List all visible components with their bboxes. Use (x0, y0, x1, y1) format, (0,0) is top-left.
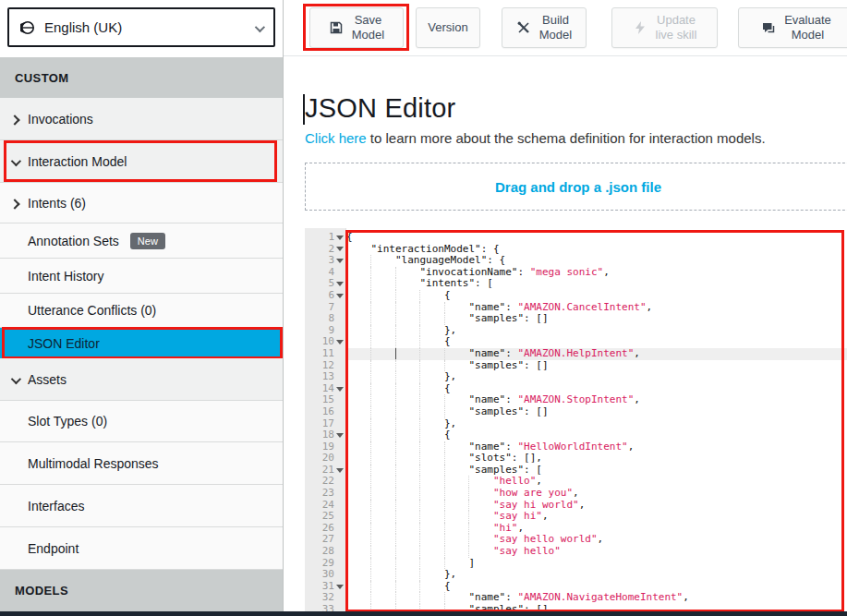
fold-arrow-icon[interactable] (334, 259, 345, 263)
sidebar-item-interaction-model[interactable]: Interaction Model (0, 140, 283, 183)
sidebar-item-label: Multimodal Responses (28, 456, 159, 471)
button-label: Update live skill (656, 13, 697, 42)
fold-arrow-icon[interactable] (334, 236, 345, 240)
click-here-link[interactable]: Click here (305, 130, 367, 146)
line-number: 25 (322, 511, 334, 523)
editor-gutter: 1234567891011121314151617181920212223242… (305, 228, 346, 616)
code-editor[interactable]: 1234567891011121314151617181920212223242… (305, 228, 847, 616)
sidebar-item-invocations[interactable]: Invocations (0, 98, 283, 140)
globe-icon (20, 20, 35, 35)
sidebar-item-intents[interactable]: Intents (6) (0, 183, 283, 223)
schema-help-text: Click here to learn more about the schem… (305, 130, 766, 146)
sidebar-item-multimodal-responses[interactable]: Multimodal Responses (0, 442, 283, 485)
build-button[interactable]: Build Model (502, 7, 587, 48)
line-number: 3 (328, 255, 334, 267)
update-button: Update live skill (611, 7, 718, 48)
gutter-line-18[interactable]: 18 (305, 429, 345, 441)
gutter-line-2[interactable]: 2 (305, 244, 345, 256)
language-selector-area: English (UK) (0, 0, 283, 57)
code-text: }, (346, 370, 456, 382)
sidebar-item-intent-history[interactable]: Intent History (0, 259, 283, 294)
fold-arrow-icon[interactable] (334, 468, 345, 473)
gutter-line-1[interactable]: 1 (305, 232, 345, 244)
fold-arrow-icon[interactable] (334, 282, 345, 286)
line-number: 6 (328, 290, 334, 302)
code-text: "name": "AMAZON.NavigateHomeIntent", (346, 591, 689, 603)
sidebar-item-label: Slot Types (0) (28, 414, 107, 429)
chevron-right-icon (11, 112, 18, 127)
button-label: Evaluate Model (784, 13, 831, 42)
build-icon (516, 20, 531, 35)
code-text: "samples": [] (346, 405, 549, 417)
editor-code-area[interactable]: { "interactionModel": { "languageModel":… (346, 228, 847, 616)
gutter-line-28: 28 (305, 546, 345, 558)
sidebar-item-label: Intents (6) (28, 196, 86, 211)
sidebar-item-label: Intent History (28, 269, 103, 284)
code-text: }, (346, 324, 456, 336)
section-header-custom: CUSTOM (0, 57, 283, 98)
new-badge: New (130, 233, 165, 249)
gutter-line-20: 20 (305, 453, 345, 465)
gutter-line-5[interactable]: 5 (305, 278, 345, 290)
button-label: Build Model (539, 13, 572, 42)
code-text: "name": "HelloWorldIntent", (346, 441, 634, 453)
chevron-down-icon (11, 154, 18, 169)
evaluate-button[interactable]: Evaluate Model (738, 7, 847, 48)
gutter-line-4: 4 (305, 267, 345, 279)
fold-arrow-icon[interactable] (334, 387, 345, 392)
code-text: { (346, 580, 451, 592)
chevron-down-icon (11, 372, 18, 387)
code-text: "samples": [] (346, 359, 549, 371)
code-text: "say hello world", (346, 533, 603, 545)
sidebar-item-interfaces[interactable]: Interfaces (0, 485, 283, 527)
gutter-line-3[interactable]: 3 (305, 255, 345, 267)
line-number: 30 (322, 569, 334, 581)
fold-arrow-icon[interactable] (334, 433, 345, 438)
page-title: JSON Editor (305, 93, 455, 124)
sidebar-item-label: JSON Editor (28, 336, 100, 351)
fold-arrow-icon[interactable] (334, 294, 345, 298)
gutter-line-13: 13 (305, 371, 345, 383)
code-text: { (346, 429, 451, 441)
save-button[interactable]: Save Model (309, 7, 404, 48)
json-dropzone[interactable]: Drag and drop a .json file (305, 163, 847, 211)
code-text: "interactionModel": { (346, 243, 500, 255)
gutter-line-7: 7 (305, 302, 345, 314)
code-text: { (346, 231, 353, 243)
gutter-line-6[interactable]: 6 (305, 290, 345, 302)
line-number: 28 (322, 546, 334, 558)
sidebar-item-utterance-conflicts[interactable]: Utterance Conflicts (0) (0, 294, 283, 328)
json-editor-page: JSON Editor Click here to learn more abo… (284, 56, 847, 616)
sidebar-item-json-editor[interactable]: JSON Editor (0, 328, 283, 358)
sidebar-item-slot-types[interactable]: Slot Types (0) (0, 401, 283, 442)
chevron-right-icon (11, 196, 18, 211)
line-number: 1 (328, 232, 334, 244)
code-text: ] (346, 557, 475, 569)
sidebar-item-endpoint[interactable]: Endpoint (0, 527, 283, 570)
dropzone-label: Drag and drop a .json file (495, 179, 661, 195)
bottom-edge-strip (0, 611, 847, 616)
code-text: "samples": [] (346, 312, 549, 324)
code-text: }, (346, 417, 456, 429)
sidebar-item-assets[interactable]: Assets (0, 358, 283, 401)
code-text: { (346, 382, 451, 394)
line-number: 16 (322, 406, 334, 418)
language-selector-value: English (UK) (44, 19, 255, 35)
gutter-line-16: 16 (305, 406, 345, 418)
version-button[interactable]: Version (416, 7, 480, 48)
sidebar-item-annotation-sets[interactable]: Annotation SetsNew (0, 223, 283, 259)
code-text: { (346, 289, 451, 301)
sidebar-item-label: Interfaces (28, 499, 84, 513)
text-cursor (395, 348, 397, 359)
fold-arrow-icon[interactable] (334, 247, 345, 251)
code-text: "name": "AMAZON.CancelIntent", (346, 301, 652, 313)
save-icon (329, 20, 344, 35)
line-number: 13 (322, 371, 334, 383)
fold-arrow-icon[interactable] (334, 340, 345, 344)
fold-arrow-icon[interactable] (334, 585, 345, 589)
section-header-models: MODELS (0, 570, 283, 611)
code-text: "hi", (346, 522, 524, 534)
code-text: "say hi", (346, 510, 549, 522)
language-selector[interactable]: English (UK) (7, 7, 275, 47)
code-text: "intents": [ (346, 277, 493, 289)
